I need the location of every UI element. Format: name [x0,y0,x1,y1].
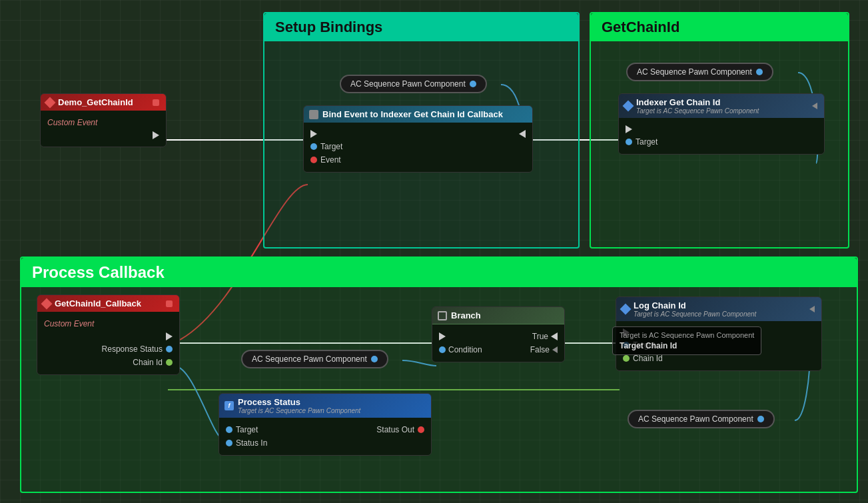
callback-subtitle-row: Custom Event [37,317,179,330]
ac-sequence-process-connector: AC Sequence Pawn Component [241,350,388,368]
exec-out-row [41,129,166,141]
ac-sequence-log-pin [757,416,764,422]
getchainid-title: GetChainId [591,13,848,41]
ps-status-in-pin [226,440,232,446]
bind-event-header: Bind Event to Indexer Get Chain Id Callb… [304,106,532,123]
condition-pin [439,346,446,353]
get-chain-id-callback-node: GetChainId_Callback Custom Event Respons… [37,294,180,375]
branch-exec-row: True [432,330,564,343]
log-chain-id-pin [623,355,630,362]
branch-node: Branch True Condition False [432,306,565,362]
branch-title: Branch [451,310,481,320]
diamond-icon [41,298,53,309]
ps-target-row: Target Status Out [219,423,431,436]
red-sq-icon [166,300,173,307]
ps-status-in-label: Status In [236,438,267,448]
process-status-node: f Process Status Target is AC Sequence P… [218,393,432,456]
callback-body: Custom Event Response Status Chain Id [37,312,179,374]
bind-target-row: Target [304,140,532,153]
ps-status-out-label: Status Out [376,425,414,434]
expand-icon [812,103,817,109]
demo-get-chain-id-body: Custom Event [41,111,166,147]
ac-sequence-top-label: AC Sequence Pawn Component [350,79,466,89]
ac-sequence-top-connector: AC Sequence Pawn Component [340,75,487,93]
target-chain-id-tooltip: Target is AC Sequence Pawn Component Tar… [612,326,761,355]
exec-out-pin [153,131,159,139]
process-status-body: Target Status Out Status In [219,418,431,455]
ps-target-group: Target [226,425,258,434]
exec-in-pin [439,332,446,340]
callback-exec-out [37,330,179,342]
func-icon: f [224,401,234,410]
custom-event-label: Custom Event [47,118,97,127]
target-label: Target [320,142,342,151]
false-row: False [530,345,558,354]
event-pin [310,157,317,163]
condition-group: Condition [439,345,482,354]
callback-title: GetChainId_Callback [55,298,141,308]
demo-get-chain-id-header: Demo_GetChainId [41,94,166,111]
callback-subtitle: Custom Event [44,319,94,328]
bind-event-row: Event [304,153,532,167]
indexer-title: Indexer Get Chain Id [636,97,759,107]
process-status-subtitle: Target is AC Sequence Pawn Component [238,407,360,414]
ps-status-out-pin [418,426,424,433]
ac-sequence-process-pin [371,356,378,362]
bind-exec-in [304,128,532,140]
branch-icon [438,311,447,320]
log-chain-id-header: Log Chain Id Target is AC Sequence Pawn … [616,297,821,321]
indexer-get-chain-id-node: Indexer Get Chain Id Target is AC Sequen… [618,93,825,155]
false-pin [552,346,558,353]
response-status-pin [166,346,173,352]
log-tooltip-text: Target is AC Sequence Pawn Component [620,331,754,339]
indexer-target-row: Target [619,135,824,149]
process-status-header: f Process Status Target is AC Sequence P… [219,394,431,418]
target-pin [310,143,317,150]
setup-bindings-title: Setup Bindings [264,13,578,41]
exec-in-pin [626,125,632,133]
event-label: Event [320,155,341,165]
ps-status-out-group: Status Out [376,425,424,434]
expand-icon [809,306,815,312]
demo-get-chain-id-title: Demo_GetChainId [58,97,133,107]
bind-event-body: Target Event [304,123,532,172]
response-status-row: Response Status [37,342,179,356]
ac-sequence-log-label: AC Sequence Pawn Component [638,414,753,424]
process-callback-title: Process Callback [21,258,857,287]
target-pin [626,139,632,145]
diamond-icon [45,97,56,108]
process-status-title: Process Status [238,397,360,407]
ac-sequence-getchainid-label: AC Sequence Pawn Component [637,67,752,77]
diamond-blue-icon [623,101,634,112]
ps-status-in-row: Status In [219,436,431,450]
target-chain-id-label: Target Chain Id [620,341,754,350]
ac-sequence-log-connector: AC Sequence Pawn Component [628,410,775,428]
log-chain-id-subtitle: Target is AC Sequence Pawn Component [634,310,756,318]
log-chain-id-label: Chain Id [633,354,663,363]
bind-event-node: Bind Event to Indexer Get Chain Id Callb… [303,105,533,173]
monitor-icon [309,110,318,119]
exec-in-pin [310,130,317,138]
chain-id-pin [166,359,173,366]
condition-label: Condition [448,345,482,354]
true-pin [551,332,558,340]
exec-out-pin [166,332,173,340]
ps-target-label: Target [236,425,258,434]
demo-get-chain-id-node: Demo_GetChainId Custom Event [40,93,167,147]
custom-event-label-row: Custom Event [41,116,166,129]
log-chain-id-title: Log Chain Id [634,300,756,310]
false-label: False [530,345,550,354]
branch-header: Branch [432,307,564,324]
bind-event-title: Bind Event to Indexer Get Chain Id Callb… [322,109,503,119]
indexer-exec-row [619,123,824,135]
true-row: True [532,332,558,341]
response-status-label: Response Status [102,344,163,354]
ps-target-pin [226,426,232,433]
branch-condition-row: Condition False [432,343,564,356]
callback-header: GetChainId_Callback [37,295,179,312]
ac-sequence-process-label: AC Sequence Pawn Component [252,354,367,364]
chain-id-label: Chain Id [133,358,163,367]
target-label: Target [636,137,657,147]
ac-sequence-top-pin [470,81,476,87]
indexer-subtitle: Target is AC Sequence Pawn Component [636,107,759,115]
